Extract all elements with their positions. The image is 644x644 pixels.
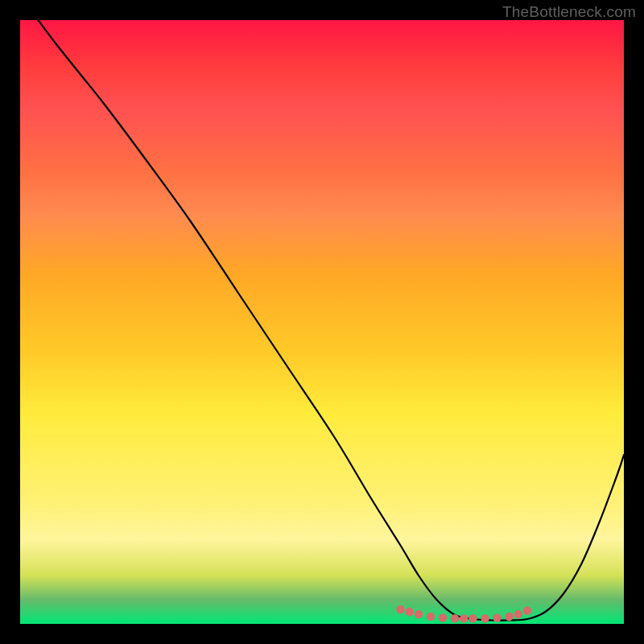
optimal-dot	[415, 610, 423, 618]
bottleneck-curve-path	[39, 20, 625, 621]
plot-area	[20, 20, 624, 624]
watermark-text: TheBottleneck.com	[502, 3, 636, 21]
optimal-dot	[514, 610, 522, 618]
curve-svg	[20, 20, 624, 624]
optimal-dot	[396, 605, 404, 613]
optimal-dot	[439, 613, 447, 621]
optimal-range-dots	[396, 605, 531, 623]
optimal-dot	[481, 614, 489, 622]
optimal-dot	[523, 606, 531, 614]
optimal-dot	[406, 608, 414, 616]
optimal-dot	[505, 613, 513, 621]
optimal-dot	[469, 614, 477, 622]
optimal-dot	[460, 614, 468, 622]
chart-canvas: TheBottleneck.com	[0, 0, 644, 644]
optimal-dot	[451, 614, 459, 622]
optimal-dot	[427, 613, 435, 621]
optimal-dot	[493, 613, 501, 621]
